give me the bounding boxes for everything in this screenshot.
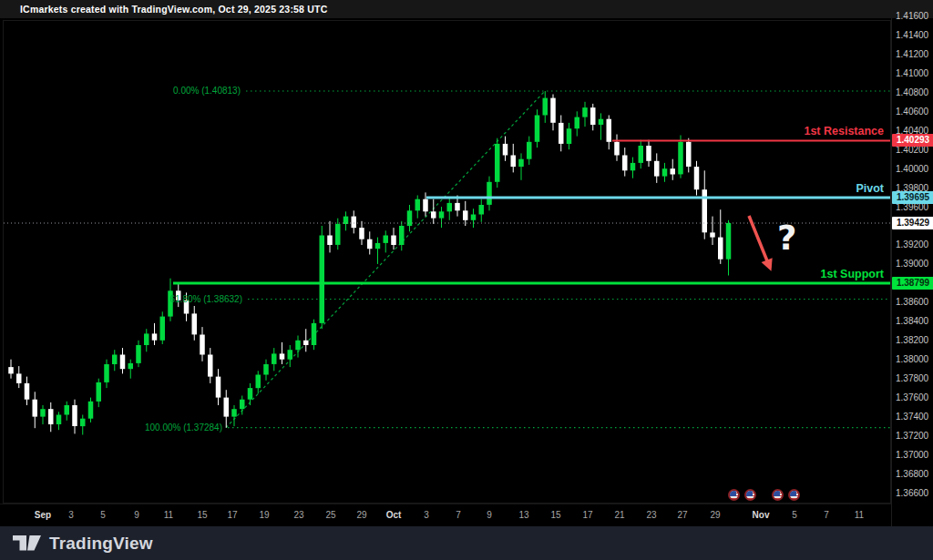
price-tick: 1.41200 [892,48,933,60]
chart-area: 0.00% (1.40813) 61.80% (1.38632) 100.00%… [0,18,933,526]
price-tick: 1.36600 [892,487,933,499]
support-label[interactable]: 1st Support [821,268,884,280]
us-flag-event-icon[interactable] [728,489,740,501]
fib-100-label[interactable]: 100.00% (1.37284) [145,423,222,433]
date-tick: 17 [582,510,592,520]
price-tick: 1.40600 [892,106,933,117]
price-badge: 1.39695 [892,191,933,204]
time-axis[interactable]: Sep35911151719232529Oct37913151721232729… [0,504,891,526]
us-flag-event-icon[interactable] [772,489,784,501]
price-tick: 1.38200 [892,334,933,346]
us-flag-event-icon[interactable] [744,489,756,501]
resistance-label[interactable]: 1st Resistance [804,125,884,137]
month-tick: Nov [753,510,770,520]
price-tick: 1.38600 [892,296,933,308]
footer-bar: TradingView [0,526,933,560]
price-tick: 1.38400 [892,315,933,327]
date-tick: 9 [134,510,139,520]
down-arrow-annotation[interactable] [749,216,770,268]
date-tick: 17 [227,510,237,520]
fib-618-label[interactable]: 61.80% (1.38632) [169,294,242,304]
price-tick: 1.37000 [892,449,933,461]
date-tick: 29 [710,510,720,520]
price-tick: 1.41600 [892,10,933,22]
price-badge: 1.39429 [892,217,933,229]
date-tick: 15 [197,510,207,520]
date-tick: 19 [259,510,269,520]
price-axis[interactable]: 1.416001.414001.412001.410001.408001.406… [891,18,933,526]
date-tick: 5 [792,510,797,520]
candlestick-plot[interactable] [0,18,891,504]
date-tick: 3 [68,510,74,520]
date-tick: 9 [487,510,492,520]
date-tick: 27 [677,510,687,520]
tradingview-chart-window: ICmarkets created with TradingView.com, … [0,0,933,560]
pivot-label[interactable]: Pivot [856,182,884,195]
month-tick: Sep [35,510,51,520]
us-flag-event-icon[interactable] [788,489,800,501]
price-tick: 1.40800 [892,87,933,98]
date-tick: 21 [614,510,624,520]
price-tick: 1.41400 [892,29,933,41]
price-tick: 1.38000 [892,353,933,365]
price-tick: 1.39000 [892,258,933,270]
watermark-bar: ICmarkets created with TradingView.com, … [0,0,933,18]
date-tick: 25 [325,510,335,520]
price-tick: 1.37600 [892,392,933,403]
question-mark-annotation[interactable]: ? [777,219,796,258]
date-tick: 29 [356,510,366,520]
date-tick: 13 [518,510,528,520]
date-tick: 7 [824,510,829,520]
date-tick: 11 [855,510,864,520]
date-tick: 11 [164,510,173,520]
date-tick: 5 [100,510,106,520]
date-tick: 23 [293,510,303,520]
price-tick: 1.39200 [892,239,933,250]
price-tick: 1.41000 [892,67,933,79]
price-tick: 1.37800 [892,372,933,384]
price-tick: 1.36800 [892,468,933,480]
date-tick: 15 [550,510,560,520]
fib-0-label[interactable]: 0.00% (1.40813) [173,86,241,96]
price-tick: 1.37400 [892,411,933,423]
tradingview-logo-icon[interactable] [13,535,41,551]
price-tick: 1.37200 [892,430,933,442]
date-tick: 7 [456,510,461,520]
date-tick: 3 [424,510,429,520]
date-tick: 23 [646,510,656,520]
price-badge: 1.38799 [892,277,933,290]
price-tick: 1.40000 [892,163,933,175]
chart-watermark-title: ICmarkets created with TradingView.com, … [0,4,327,15]
tradingview-brand-text[interactable]: TradingView [49,534,153,554]
price-badge: 1.40293 [892,134,933,147]
month-tick: Oct [386,510,402,520]
